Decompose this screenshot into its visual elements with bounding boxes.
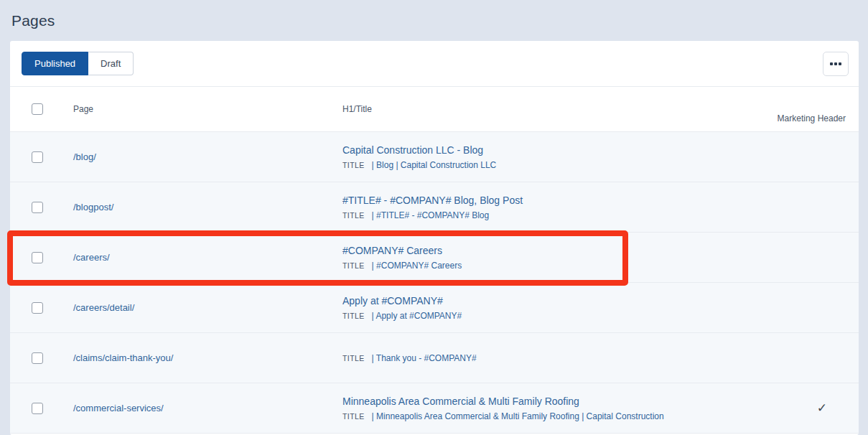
page-path-link[interactable]: /careers/ [73,252,110,263]
title-label: TITLE [342,412,365,421]
page-h1-link[interactable]: #COMPANY# Careers [342,245,744,257]
marketing-header-cell [744,283,859,332]
tab-published[interactable]: Published [22,52,88,75]
title-value: | Blog | Capital Construction LLC [372,160,497,170]
table-row[interactable]: /careers/detail/ Apply at #COMPANY# TITL… [10,283,859,333]
more-options-button[interactable] [823,52,849,76]
page-path-link[interactable]: /blog/ [73,151,96,162]
page-title: Pages [11,12,55,29]
h1-title-cell: #COMPANY# Careers TITLE | #COMPANY# Care… [342,233,744,282]
page-path-cell: /claims/claim-thank-you/ [73,333,342,383]
h1-title-cell: #TITLE# - #COMPANY# Blog, Blog Post TITL… [342,182,744,232]
column-header-h1-title: H1/Title [342,104,744,114]
table-row[interactable]: /blog/ Capital Construction LLC - Blog T… [10,132,859,182]
header-checkbox-cell [10,103,73,115]
title-value: | Apply at #COMPANY# [372,311,462,321]
page-title-meta: TITLE | Blog | Capital Construction LLC [342,160,744,170]
page-title-meta: TITLE | Minneapolis Area Commercial & Mu… [342,411,744,421]
h1-title-cell: Minneapolis Area Commercial & Multi Fami… [342,383,744,433]
h1-title-cell: Capital Construction LLC - Blog TITLE | … [342,132,744,182]
h1-title-cell: Apply at #COMPANY# TITLE | Apply at #COM… [342,283,744,332]
row-checkbox[interactable] [32,302,43,314]
row-checkbox-cell [10,182,73,232]
select-all-checkbox[interactable] [32,103,43,115]
page-path-link[interactable]: /careers/detail/ [73,302,134,313]
row-checkbox-cell [10,132,73,182]
row-checkbox-cell [10,283,73,332]
column-header-marketing-header: Marketing Header [744,113,859,131]
pages-card: Published Draft Page H1/Title Marketing … [10,41,859,435]
page-path-link[interactable]: /commercial-services/ [73,403,164,413]
h1-title-cell: TITLE | Thank you - #COMPANY# [342,333,744,383]
title-value: | #TITLE# - #COMPANY# Blog [372,210,490,220]
page-title-meta: TITLE | #COMPANY# Careers [342,261,744,271]
title-label: TITLE [342,261,365,270]
marketing-header-cell [744,132,859,182]
title-label: TITLE [342,354,365,362]
column-header-page: Page [73,104,342,114]
title-value: | Thank you - #COMPANY# [372,353,477,363]
marketing-header-cell [744,333,859,383]
marketing-header-cell: ✓ [744,383,859,433]
page-path-link[interactable]: /blogpost/ [73,202,113,212]
toolbar: Published Draft [10,41,859,87]
title-label: TITLE [342,312,365,320]
page-title-meta: TITLE | Apply at #COMPANY# [342,311,744,321]
table-row[interactable]: /claims/claim-thank-you/ TITLE | Thank y… [10,333,859,383]
table-row[interactable]: /blogpost/ #TITLE# - #COMPANY# Blog, Blo… [10,182,859,233]
page-header: Pages [0,0,868,41]
row-checkbox[interactable] [32,151,43,163]
ellipsis-icon [830,62,841,65]
page-path-cell: /commercial-services/ [73,383,342,433]
tab-draft[interactable]: Draft [88,52,134,75]
page-path-link[interactable]: /claims/claim-thank-you/ [73,352,173,363]
page-path-cell: /careers/ [73,233,342,282]
row-checkbox-cell [10,333,73,383]
page-title-meta: TITLE | #TITLE# - #COMPANY# Blog [342,210,744,220]
title-value: | #COMPANY# Careers [372,261,462,271]
marketing-header-cell [744,233,859,282]
table-header-row: Page H1/Title Marketing Header [10,87,859,132]
page-h1-link[interactable]: Minneapolis Area Commercial & Multi Fami… [342,396,744,408]
page-h1-link[interactable]: Capital Construction LLC - Blog [342,144,744,156]
row-checkbox[interactable] [32,252,43,263]
page-h1-link[interactable]: Apply at #COMPANY# [342,295,744,307]
table-row[interactable]: /commercial-services/ Minneapolis Area C… [10,383,859,434]
title-label: TITLE [342,161,365,169]
page-path-cell: /blogpost/ [73,182,342,232]
marketing-header-check-icon: ✓ [817,402,827,414]
status-filter-tabs: Published Draft [22,52,134,75]
title-label: TITLE [342,211,365,220]
table-row[interactable]: /careers/ #COMPANY# Careers TITLE | #COM… [10,233,859,283]
row-checkbox-cell [10,233,73,282]
row-checkbox[interactable] [32,403,43,414]
title-value: | Minneapolis Area Commercial & Multi Fa… [372,411,664,421]
page-title-meta: TITLE | Thank you - #COMPANY# [342,353,744,363]
row-checkbox-cell [10,383,73,433]
page-h1-link[interactable]: #TITLE# - #COMPANY# Blog, Blog Post [342,195,744,207]
row-checkbox[interactable] [32,202,43,213]
marketing-header-cell [744,182,859,232]
page-path-cell: /careers/detail/ [73,283,342,332]
row-checkbox[interactable] [32,352,43,364]
page-path-cell: /blog/ [73,132,342,182]
table-body: /blog/ Capital Construction LLC - Blog T… [10,132,859,434]
